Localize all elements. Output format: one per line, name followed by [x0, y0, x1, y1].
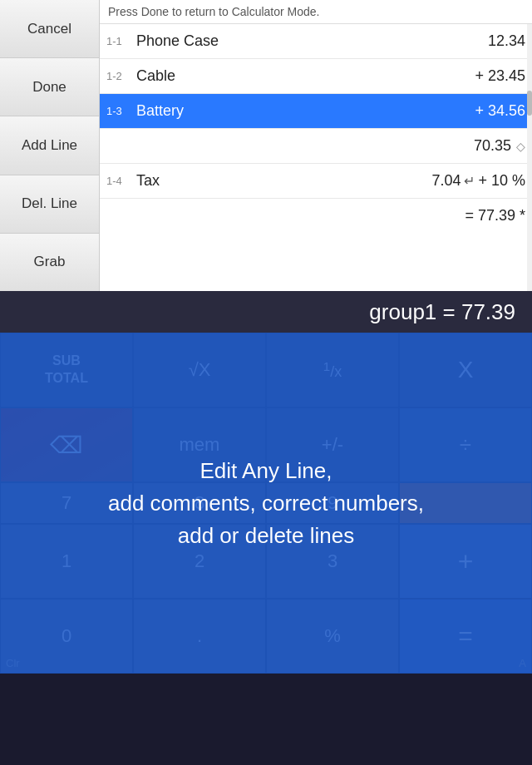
- done-button[interactable]: Done: [0, 58, 99, 116]
- enter-icon: ↵: [464, 173, 475, 189]
- tooltip-text: Edit Any Line, add comments, correct num…: [91, 455, 441, 552]
- line-value: 12.34: [488, 32, 525, 50]
- sidebar: Cancel Done Add Line Del. Line Grab: [0, 0, 100, 291]
- tax-value: 7.04: [431, 172, 461, 190]
- line-row-selected[interactable]: 1-3 Battery + 34.56: [100, 94, 532, 129]
- tax-percent: + 10 %: [478, 172, 525, 190]
- grab-button[interactable]: Grab: [0, 234, 99, 291]
- line-value: + 34.56: [475, 102, 525, 120]
- subtotal-row: 70.35 ◇: [100, 129, 532, 164]
- line-row[interactable]: 1-2 Cable + 23.45: [100, 59, 532, 94]
- line-number: 1-2: [106, 70, 136, 82]
- line-name: Battery: [136, 102, 475, 120]
- top-section: Cancel Done Add Line Del. Line Grab Pres…: [0, 0, 532, 291]
- line-number: 1-3: [106, 105, 136, 117]
- diamond-icon: ◇: [516, 140, 525, 153]
- lines-table[interactable]: 1-1 Phone Case 12.34 1-2 Cable + 23.45 1…: [100, 24, 532, 291]
- total-row: = 77.39 *: [100, 199, 532, 232]
- tax-row[interactable]: 1-4 Tax 7.04 ↵ + 10 %: [100, 164, 532, 199]
- subtotal-value: 70.35: [474, 137, 511, 155]
- line-name: Cable: [136, 67, 475, 85]
- tooltip-line3: add or delete lines: [178, 523, 354, 548]
- tooltip-line1: Edit Any Line,: [200, 458, 332, 483]
- total-value: = 77.39 *: [465, 207, 525, 225]
- line-name: Phone Case: [136, 32, 488, 50]
- content-area: Press Done to return to Calculator Mode.…: [100, 0, 532, 291]
- calculator: SUBTOTAL √X 1/x X ⌫ mem +/- ÷ 7 8: [0, 333, 532, 674]
- tax-name: Tax: [136, 172, 431, 190]
- line-value: + 23.45: [475, 67, 525, 85]
- add-line-button[interactable]: Add Line: [0, 116, 99, 175]
- del-line-button[interactable]: Del. Line: [0, 175, 99, 234]
- group-result-text: group1 = 77.39: [369, 299, 515, 325]
- line-number: 1-1: [106, 35, 136, 47]
- scrollbar-track[interactable]: [527, 24, 532, 291]
- header-banner: Press Done to return to Calculator Mode.: [100, 0, 532, 24]
- tooltip-overlay: Edit Any Line, add comments, correct num…: [0, 333, 532, 674]
- group-result-bar: group1 = 77.39: [0, 291, 532, 333]
- tooltip-line2: add comments, correct numbers,: [108, 491, 424, 516]
- scrollbar-thumb[interactable]: [527, 91, 532, 116]
- cancel-button[interactable]: Cancel: [0, 0, 99, 58]
- tax-line-number: 1-4: [106, 175, 136, 187]
- line-row[interactable]: 1-1 Phone Case 12.34: [100, 24, 532, 59]
